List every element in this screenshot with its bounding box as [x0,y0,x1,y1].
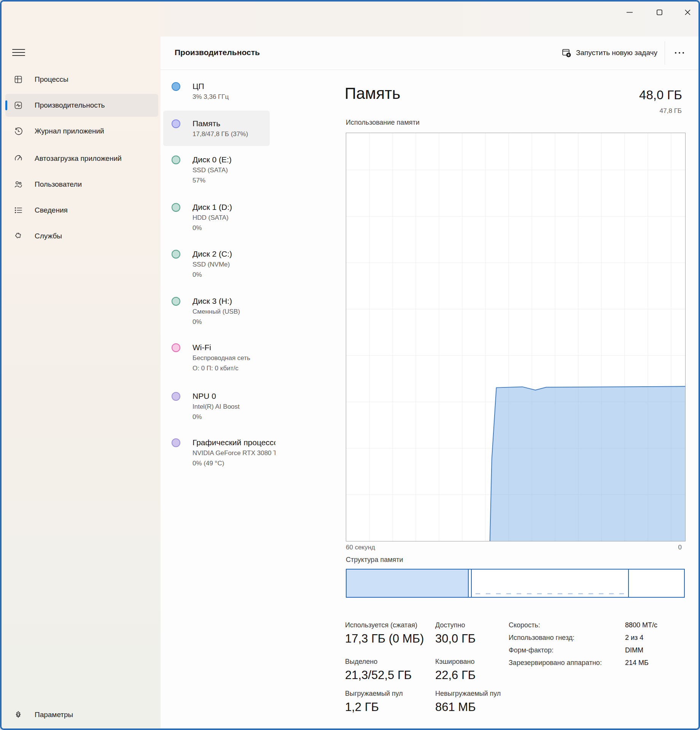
performance-icon [14,101,23,110]
sidebar-item-app-history[interactable]: Журнал приложений [5,121,158,142]
stat-value: 30,0 ГБ [435,632,476,646]
history-clock-icon [14,127,23,136]
sidebar-item-label: Процессы [35,75,68,84]
hw-value: 8800 МТ/с [625,621,657,629]
sidebar-item-label: Автозагрузка приложений [35,154,122,163]
sidebar-item-performance[interactable]: Производительность [5,94,158,117]
sidebar-item-details[interactable]: Сведения [5,200,158,221]
stat-value: 861 МБ [435,700,476,714]
users-icon [14,180,23,189]
time-axis-left-label: 60 секунд [346,544,375,551]
sidebar: Процессы Производительность Журнал прило… [2,2,161,728]
memory-total: 48,0 ГБ [639,88,682,102]
run-new-task-button[interactable]: Запустить новую задачу [556,42,663,64]
gear-icon [14,710,23,719]
hw-value: 214 МБ [625,659,649,667]
hw-label: Форм-фактор: [509,646,554,654]
new-task-icon [562,48,571,58]
sidebar-item-label: Параметры [35,710,73,719]
composition-segment-standby [472,570,628,597]
minimize-button[interactable] [619,5,641,20]
page-header: Производительность Запустить новую задач… [161,36,698,70]
stat-label: Доступно [435,621,465,629]
disk0-usage-dot [172,156,180,164]
page-title: Производительность [175,48,260,57]
details-list-icon [14,206,23,215]
memory-usage-chart [346,133,686,541]
memory-usage-dot [172,119,180,128]
cpu-usage-dot [172,82,180,91]
startup-gauge-icon [14,154,23,163]
hw-label: Зарезервировано аппаратно: [509,659,602,667]
sidebar-item-label: Пользователи [35,180,82,189]
npu-usage-dot [172,392,180,401]
gpu-usage-dot [172,438,180,447]
processes-icon [14,75,23,84]
time-axis-right-label: 0 [678,544,682,551]
chart-scale-max: 47,8 ГБ [660,107,682,115]
stat-label: Используется (сжатая) [345,621,417,629]
usage-chart-label: Использование памяти [346,119,420,127]
sidebar-item-label: Сведения [35,206,68,215]
sidebar-item-startup-apps[interactable]: Автозагрузка приложений [5,144,158,172]
stat-value: 17,3 ГБ (0 МБ) [345,632,424,646]
disk2-usage-dot [172,250,180,259]
services-gear-icon [14,232,23,241]
sidebar-item-label: Службы [35,232,62,241]
performance-metric-list: ЦП3% 3,36 ГГц Память17,8/47,8 ГБ (37%) Д… [161,70,275,728]
hw-value: 2 из 4 [625,634,643,642]
stat-label: Выделено [345,658,377,666]
stat-label: Кэшировано [435,658,475,666]
hw-label: Скорость: [509,621,540,629]
more-options-button[interactable] [670,45,689,61]
memory-detail-pane: Память 48,0 ГБ Использование памяти 47,8… [275,70,698,728]
hw-label: Использовано гнезд: [509,634,574,642]
maximize-button[interactable] [648,5,670,20]
run-new-task-label: Запустить новую задачу [576,49,657,57]
stat-value: 21,3/52,5 ГБ [345,668,412,682]
composition-segment-free [629,570,684,597]
memory-pane-title: Память [345,84,400,103]
sidebar-item-users[interactable]: Пользователи [5,174,158,195]
wifi-usage-dot [172,343,180,352]
task-manager-window: Диспетчер задач Процессы Производительно… [0,0,700,730]
sidebar-item-label: Производительность [35,101,105,110]
stat-value: 22,6 ГБ [435,668,476,682]
stat-label: Выгружаемый пул [345,690,403,698]
hw-value: DIMM [625,646,643,654]
composition-segment-modified [469,570,472,597]
disk3-usage-dot [172,297,180,306]
toolbar-divider [665,41,665,65]
close-button[interactable] [676,5,698,20]
hamburger-menu-icon[interactable] [12,46,25,59]
sidebar-item-settings[interactable]: Параметры [5,704,158,725]
sidebar-item-processes[interactable]: Процессы [5,69,158,90]
sidebar-item-services[interactable]: Службы [5,225,158,247]
composition-label: Структура памяти [346,556,403,564]
stat-value: 1,2 ГБ [345,700,379,714]
memory-composition-bar [346,569,685,598]
stat-label: Невыгружаемый пул [435,690,501,698]
composition-segment-in-use [347,570,469,597]
disk1-usage-dot [172,203,180,212]
sidebar-item-label: Журнал приложений [35,127,104,136]
